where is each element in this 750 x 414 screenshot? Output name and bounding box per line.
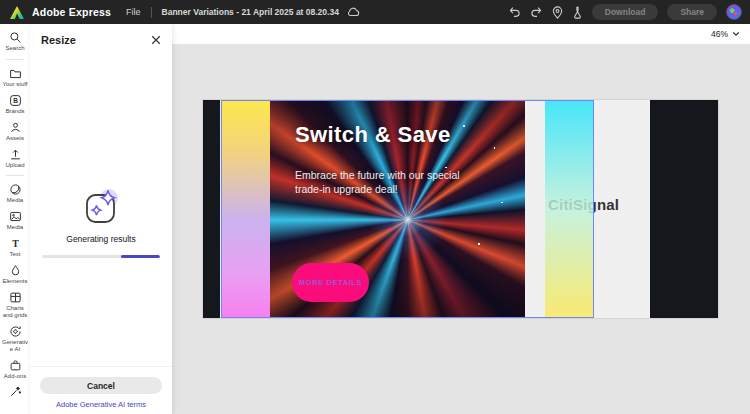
sidebar-label: Add-ons bbox=[1, 373, 30, 380]
sidebar-item-quick-actions[interactable] bbox=[0, 385, 30, 398]
sidebar-item-brands[interactable]: B Brands bbox=[0, 94, 30, 115]
divider bbox=[151, 7, 152, 18]
banner-artboard[interactable]: Switch & Save Embrace the future with ou… bbox=[203, 100, 718, 318]
adobe-express-logo-icon[interactable] bbox=[10, 6, 24, 19]
sidebar-item-your-stuff[interactable]: Your stuff bbox=[0, 67, 30, 88]
sidebar-item-elements[interactable]: Elements bbox=[0, 264, 30, 285]
top-bar: Adobe Express File Banner Variations - 2… bbox=[0, 0, 750, 24]
cancel-button[interactable]: Cancel bbox=[40, 377, 162, 394]
document-title[interactable]: Banner Variations - 21 April 2025 at 08.… bbox=[162, 7, 339, 17]
banner-subtitle[interactable]: Embrace the future with our special trad… bbox=[295, 168, 460, 196]
elements-icon bbox=[9, 264, 22, 277]
sidebar-label: Search bbox=[1, 45, 30, 52]
your-stuff-icon bbox=[9, 67, 22, 80]
sidebar-item-upload[interactable]: Upload bbox=[0, 148, 30, 169]
canvas-area: 46% Switch & Save Embrace the future wit… bbox=[172, 24, 750, 414]
close-icon[interactable] bbox=[151, 35, 161, 45]
user-avatar[interactable] bbox=[726, 4, 742, 20]
banner-black-strip-right[interactable] bbox=[650, 100, 718, 318]
zoom-level[interactable]: 46% bbox=[711, 29, 728, 39]
cloud-sync-icon bbox=[347, 7, 360, 17]
sidebar-label: Upload bbox=[1, 162, 30, 169]
sidebar-label: Media bbox=[1, 197, 30, 204]
sidebar-label: Media bbox=[1, 224, 30, 231]
file-menu[interactable]: File bbox=[126, 7, 141, 17]
banner-headline[interactable]: Switch & Save bbox=[295, 122, 451, 148]
banner-gradient-strip-left[interactable] bbox=[221, 100, 270, 318]
app-name: Adobe Express bbox=[32, 6, 111, 18]
sidebar-label: Generative AI bbox=[1, 339, 30, 353]
magic-wand-icon bbox=[9, 385, 22, 398]
media-icon bbox=[9, 210, 22, 223]
divider bbox=[6, 175, 24, 176]
download-button[interactable]: Download bbox=[592, 4, 659, 20]
add-ons-icon bbox=[9, 359, 22, 372]
svg-text:T: T bbox=[12, 238, 19, 249]
sidebar-label: Elements bbox=[1, 278, 30, 285]
sidebar-item-templates[interactable]: Media bbox=[0, 183, 30, 204]
adobe-express-window: Adobe Express File Banner Variations - 2… bbox=[0, 0, 750, 414]
generative-ai-sparkle-icon bbox=[81, 188, 121, 228]
sidebar-item-search[interactable]: Search bbox=[0, 31, 30, 52]
subtitle-line: Embrace the future with our special bbox=[295, 168, 460, 182]
sidebar-label: Your stuff bbox=[1, 81, 30, 88]
sidebar-label: Assets bbox=[1, 135, 30, 142]
status-text: Generating results bbox=[66, 234, 135, 244]
progress-bar-fill bbox=[121, 255, 160, 258]
generating-status-block: Generating results bbox=[30, 188, 172, 258]
sidebar-item-text[interactable]: T Text bbox=[0, 237, 30, 258]
panel-footer: Cancel Adobe Generative AI terms bbox=[30, 366, 172, 414]
sidebar-item-assets[interactable]: Assets bbox=[0, 121, 30, 142]
sidebar-item-add-ons[interactable]: Add-ons bbox=[0, 359, 30, 380]
banner-black-strip-left[interactable] bbox=[203, 100, 220, 318]
sidebar-label: Brands bbox=[1, 108, 30, 115]
assets-icon bbox=[9, 121, 22, 134]
upload-icon bbox=[9, 148, 22, 161]
left-sidebar: Search Your stuff B Brands Assets bbox=[0, 24, 30, 414]
text-icon: T bbox=[9, 237, 22, 250]
sidebar-label: Charts and grids bbox=[1, 305, 30, 319]
sidebar-item-charts-and-grids[interactable]: Charts and grids bbox=[0, 291, 30, 319]
generative-ai-terms-link[interactable]: Adobe Generative AI terms bbox=[40, 400, 162, 409]
redo-icon[interactable] bbox=[530, 6, 543, 18]
canvas-toolbar: 46% bbox=[172, 24, 750, 44]
pin-icon[interactable] bbox=[552, 6, 563, 19]
sidebar-item-media[interactable]: Media Media Media bbox=[0, 210, 30, 231]
resize-panel: Resize Generating results Cancel Adobe G… bbox=[30, 24, 172, 414]
sidebar-label: Text bbox=[1, 251, 30, 258]
flask-icon[interactable] bbox=[572, 6, 583, 19]
more-details-button[interactable]: MORE DETAILS bbox=[292, 263, 369, 302]
share-button[interactable]: Share bbox=[667, 4, 717, 20]
banner-hero-image[interactable]: Switch & Save Embrace the future with ou… bbox=[270, 100, 525, 318]
banner-gradient-strip-right[interactable] bbox=[545, 100, 594, 318]
generative-ai-icon bbox=[9, 325, 22, 338]
sidebar-item-generative-ai[interactable]: Generative AI bbox=[0, 325, 30, 353]
brands-icon: B bbox=[9, 94, 22, 107]
chevron-down-icon[interactable] bbox=[732, 31, 740, 37]
templates-icon bbox=[9, 183, 22, 196]
panel-title: Resize bbox=[41, 34, 76, 46]
subtitle-line: trade-in upgrade deal! bbox=[295, 182, 460, 196]
svg-text:B: B bbox=[13, 97, 18, 104]
undo-icon[interactable] bbox=[508, 6, 521, 18]
search-icon bbox=[9, 31, 22, 44]
divider bbox=[6, 59, 24, 60]
progress-bar bbox=[42, 255, 160, 258]
charts-and-grids-icon bbox=[9, 291, 22, 304]
